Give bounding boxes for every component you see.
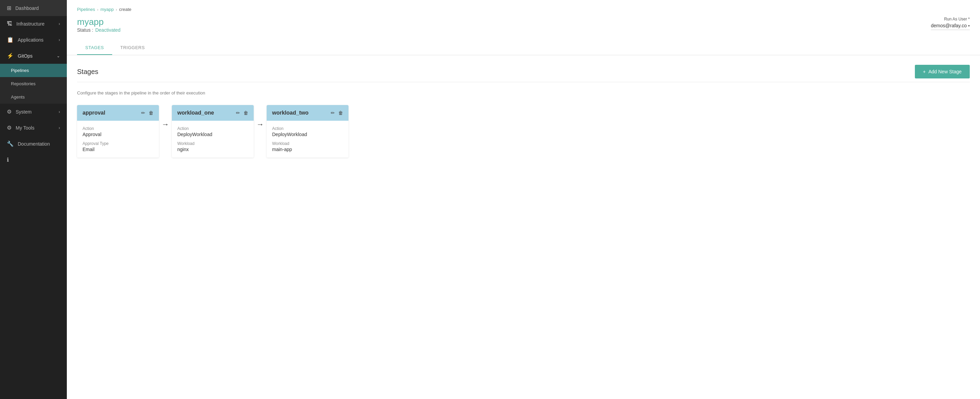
page-title: myapp (77, 17, 120, 27)
run-as-user-select[interactable]: demos@rafay.co ▾ (931, 23, 970, 30)
sidebar-item-pipelines[interactable]: Pipelines (0, 64, 67, 77)
chevron-down-icon: ▾ (968, 24, 970, 28)
workload-value-one: nginx (177, 147, 248, 152)
stage-card-header-workload-two: workload_two ✏ 🗑 (267, 105, 348, 121)
run-as-user-value: demos@rafay.co (931, 23, 967, 28)
applications-icon: 📋 (7, 37, 14, 43)
stage-card-body-approval: Action Approval Approval Type Email (77, 121, 159, 157)
sidebar-item-my-tools[interactable]: 🔧 Documentation (0, 136, 67, 152)
approval-type-label: Approval Type (83, 141, 153, 146)
dashboard-icon: ⊞ (7, 5, 11, 11)
sidebar-item-applications[interactable]: 📋 Applications › (0, 32, 67, 48)
approval-type-value: Email (83, 147, 153, 152)
stage-card-workload-one: workload_one ✏ 🗑 Action DeployWorkload W… (172, 105, 254, 157)
sidebar-item-label: Infrastructure (16, 21, 54, 27)
delete-icon-approval[interactable]: 🗑 (149, 110, 153, 116)
plus-icon: + (923, 69, 926, 74)
add-stage-label: Add New Stage (929, 69, 962, 74)
section-divider (77, 82, 970, 82)
status-label: Status : (77, 27, 93, 33)
sidebar-item-label: Applications (18, 37, 54, 43)
sidebar-item-system[interactable]: ⚙ My Tools › (0, 120, 67, 136)
sidebar-item-gitops[interactable]: ⚡ GitOps ⌄ (0, 48, 67, 64)
documentation-icon: ℹ (7, 157, 9, 163)
chevron-right-icon: › (59, 38, 60, 42)
sidebar-item-label: Documentation (18, 141, 60, 147)
stage-card-header-workload-one: workload_one ✏ 🗑 (172, 105, 254, 121)
sidebar-sub-label: Pipelines (11, 68, 29, 73)
integrations-icon: ⚙ (7, 108, 11, 115)
main-content: Pipelines › myapp › create myapp Status … (67, 0, 980, 399)
breadcrumb-pipelines[interactable]: Pipelines (77, 7, 95, 12)
sidebar-item-label: Dashboard (15, 5, 60, 11)
action-value-workload-one: DeployWorkload (177, 132, 248, 137)
delete-icon-workload-one[interactable]: 🗑 (243, 110, 248, 116)
stage-title-approval: approval (83, 110, 105, 116)
edit-icon-approval[interactable]: ✏ (141, 110, 145, 116)
sidebar-sub-label: Agents (11, 94, 25, 100)
breadcrumb: Pipelines › myapp › create (77, 7, 970, 12)
sidebar-item-documentation[interactable]: ℹ (0, 152, 67, 168)
arrow-1: → (162, 120, 169, 129)
chevron-right-icon: › (59, 110, 60, 114)
sidebar: ⊞ Dashboard 🏗 Infrastructure › 📋 Applica… (0, 0, 67, 399)
status-value: Deactivated (95, 27, 120, 33)
sidebar-item-agents[interactable]: Agents (0, 91, 67, 104)
add-new-stage-button[interactable]: + Add New Stage (915, 65, 970, 78)
edit-icon-workload-one[interactable]: ✏ (236, 110, 240, 116)
edit-icon-workload-two[interactable]: ✏ (331, 110, 335, 116)
sidebar-item-infrastructure[interactable]: 🏗 Infrastructure › (0, 16, 67, 32)
gitops-icon: ⚡ (7, 52, 14, 59)
stages-section: Stages + Add New Stage Configure the sta… (67, 55, 980, 167)
arrow-2: → (256, 120, 264, 129)
my-tools-icon: 🔧 (7, 140, 14, 147)
tab-stages[interactable]: STAGES (77, 41, 112, 55)
sidebar-item-label: System (16, 109, 54, 114)
title-status-group: myapp Status : Deactivated (77, 17, 120, 38)
stage-card-body-workload-two: Action DeployWorkload Workload main-app (267, 121, 348, 157)
workload-label-two: Workload (272, 141, 343, 146)
sidebar-item-dashboard[interactable]: ⊞ Dashboard (0, 0, 67, 16)
stage-card-approval: approval ✏ 🗑 Action Approval Approval Ty… (77, 105, 159, 157)
sidebar-item-integrations[interactable]: ⚙ System › (0, 104, 67, 120)
tabs: STAGES TRIGGERS (77, 41, 970, 55)
action-value-approval: Approval (83, 132, 153, 137)
header-section: Pipelines › myapp › create myapp Status … (67, 0, 980, 55)
run-as-user-label: Run As User * (944, 17, 970, 21)
delete-icon-workload-two[interactable]: 🗑 (338, 110, 343, 116)
chevron-right-icon: › (59, 126, 60, 130)
page-title-row: myapp Status : Deactivated Run As User *… (77, 17, 970, 38)
breadcrumb-sep2: › (116, 8, 117, 11)
stage-card-actions-workload-two: ✏ 🗑 (331, 110, 343, 116)
run-as-user-group: Run As User * demos@rafay.co ▾ (931, 17, 970, 30)
stage-title-workload-one: workload_one (177, 110, 214, 116)
stage-card-header-approval: approval ✏ 🗑 (77, 105, 159, 121)
breadcrumb-sep1: › (97, 8, 99, 11)
stage-card-workload-two: workload_two ✏ 🗑 Action DeployWorkload W… (267, 105, 348, 157)
tab-triggers[interactable]: TRIGGERS (112, 41, 153, 55)
action-label-approval: Action (83, 126, 153, 131)
stage-card-actions-approval: ✏ 🗑 (141, 110, 153, 116)
stages-description: Configure the stages in the pipeline in … (77, 91, 970, 95)
action-value-workload-two: DeployWorkload (272, 132, 343, 137)
sidebar-item-label: My Tools (16, 125, 54, 130)
action-label-workload-one: Action (177, 126, 248, 131)
workload-value-two: main-app (272, 147, 343, 152)
stages-title: Stages (77, 68, 98, 76)
sidebar-item-label: GitOps (18, 53, 52, 59)
sidebar-sub-label: Repositories (11, 81, 35, 86)
chevron-right-icon: › (59, 21, 60, 26)
breadcrumb-create: create (119, 7, 131, 12)
sidebar-item-repositories[interactable]: Repositories (0, 77, 67, 91)
workload-label-one: Workload (177, 141, 248, 146)
breadcrumb-myapp[interactable]: myapp (100, 7, 113, 12)
stage-card-actions-workload-one: ✏ 🗑 (236, 110, 248, 116)
content-area: Pipelines › myapp › create myapp Status … (67, 0, 980, 399)
stage-card-body-workload-one: Action DeployWorkload Workload nginx (172, 121, 254, 157)
stages-flow: approval ✏ 🗑 Action Approval Approval Ty… (77, 105, 970, 157)
system-icon: ⚙ (7, 124, 11, 131)
stages-header: Stages + Add New Stage (77, 65, 970, 78)
status-row: Status : Deactivated (77, 27, 120, 33)
chevron-down-icon: ⌄ (57, 54, 60, 58)
action-label-workload-two: Action (272, 126, 343, 131)
